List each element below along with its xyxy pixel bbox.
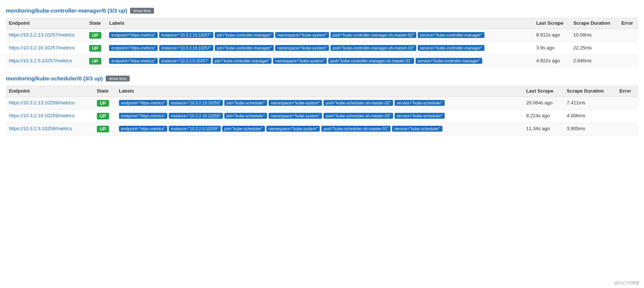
state-badge: UP	[97, 126, 109, 132]
labels-td: endpoint="https-metrics"instance="10.3.2…	[106, 55, 533, 68]
section-header-kube-controller-manager: monitoring/kube-controller-manager/0 (3/…	[6, 7, 638, 14]
col-header-error: Error	[618, 17, 638, 29]
labels-cell: endpoint="https-metrics"instance="10.3.2…	[119, 126, 521, 132]
label-tag: namespace="kube-system"	[269, 100, 322, 106]
label-tag: service="kube-scheduler"	[395, 113, 445, 119]
labels-cell: endpoint="https-metrics"instance="10.3.2…	[109, 32, 530, 38]
state-cell: UP	[94, 97, 116, 110]
label-tag: endpoint="https-metrics"	[109, 32, 157, 38]
section-title-kube-scheduler[interactable]: monitoring/kube-scheduler/0 (3/3 up)	[6, 75, 103, 81]
last-scrape-cell: 8.912s ago	[533, 29, 570, 42]
scrape-duration-cell: 22.25ms	[570, 42, 618, 55]
last-scrape-cell: 11.34s ago	[523, 123, 564, 136]
label-tag: endpoint="https-metrics"	[119, 126, 167, 132]
label-tag: job="kube-controller-manager"	[213, 58, 272, 64]
state-badge: UP	[97, 113, 109, 119]
label-tag: pod="kube-controller-manager-sh-master-0…	[330, 45, 416, 51]
endpoint-link[interactable]: https://10.3.2.13:10259/metrics	[9, 100, 75, 105]
col-header-state: State	[86, 17, 106, 29]
table-row: https://10.3.2.16:10257/metricsUPendpoin…	[6, 42, 638, 55]
endpoint-cell: https://10.3.2.13:10257/metrics	[6, 29, 86, 42]
endpoint-cell: https://10.3.2.13:10259/metrics	[6, 97, 94, 110]
state-cell: UP	[86, 42, 106, 55]
last-scrape-cell: 8.224s ago	[523, 110, 564, 123]
section-title-kube-controller-manager[interactable]: monitoring/kube-controller-manager/0 (3/…	[6, 7, 127, 14]
label-tag: endpoint="https-metrics"	[109, 45, 157, 51]
label-tag: instance="10.3.2.5:10259"	[169, 126, 221, 132]
label-tag: instance="10.3.2.13:10259"	[169, 100, 223, 106]
label-tag: job="kube-scheduler"	[224, 113, 267, 119]
label-tag: service="kube-scheduler"	[392, 126, 442, 132]
table-row: https://10.3.2.5:10259/metricsUPendpoint…	[6, 123, 638, 136]
state-cell: UP	[86, 29, 106, 42]
col-header-scrape-duration: Scrape Duration	[570, 17, 618, 29]
state-badge: UP	[89, 32, 101, 39]
label-tag: namespace="kube-system"	[275, 45, 329, 51]
col-header-endpoint: Endpoint	[6, 85, 94, 97]
state-badge: UP	[97, 100, 109, 107]
scrape-duration-cell: 10.09ms	[570, 29, 618, 42]
labels-td: endpoint="https-metrics"instance="10.3.2…	[116, 123, 524, 136]
table-row: https://10.3.2.5:10257/metricsUPendpoint…	[6, 55, 638, 68]
error-cell	[616, 110, 638, 123]
scrape-duration-cell: 4.006ms	[564, 110, 616, 123]
label-tag: job="kube-controller-manager"	[215, 45, 274, 51]
state-cell: UP	[86, 55, 106, 68]
col-header-last-scrape: Last Scrape	[523, 85, 564, 97]
label-tag: service="kube-controller-manager"	[418, 32, 484, 38]
labels-cell: endpoint="https-metrics"instance="10.3.2…	[109, 58, 530, 64]
scrape-duration-cell: 2.846ms	[570, 55, 618, 68]
error-cell	[618, 29, 638, 42]
label-tag: endpoint="https-metrics"	[119, 100, 167, 106]
table-kube-controller-manager: EndpointStateLabelsLast ScrapeScrape Dur…	[6, 17, 638, 68]
label-tag: namespace="kube-system"	[266, 126, 320, 132]
labels-cell: endpoint="https-metrics"instance="10.3.2…	[109, 45, 530, 51]
endpoint-link[interactable]: https://10.3.2.13:10257/metrics	[9, 32, 75, 38]
table-kube-scheduler: EndpointStateLabelsLast ScrapeScrape Dur…	[6, 85, 638, 136]
endpoint-link[interactable]: https://10.3.2.16:10257/metrics	[9, 45, 75, 51]
col-header-labels: Labels	[106, 17, 533, 29]
label-tag: pod="kube-controller-manager-sh-master-0…	[330, 32, 416, 38]
labels-td: endpoint="https-metrics"instance="10.3.2…	[116, 97, 524, 110]
label-tag: job="kube-scheduler"	[222, 126, 265, 132]
labels-td: endpoint="https-metrics"instance="10.3.2…	[116, 110, 524, 123]
label-tag: instance="10.3.2.16:10259"	[169, 113, 223, 119]
label-tag: namespace="kube-system"	[273, 58, 326, 64]
label-tag: service="kube-controller-manager"	[418, 45, 484, 51]
label-tag: service="kube-scheduler"	[395, 100, 445, 106]
endpoint-link[interactable]: https://10.3.2.5:10257/metrics	[9, 58, 72, 63]
label-tag: pod="kube-controller-manager-sh-master-0…	[328, 58, 414, 64]
label-tag: pod="kube-scheduler-sh-master-03"	[323, 113, 393, 119]
labels-td: endpoint="https-metrics"instance="10.3.2…	[106, 29, 533, 42]
endpoint-link[interactable]: https://10.3.2.5:10259/metrics	[9, 126, 72, 131]
show-less-button-kube-scheduler[interactable]: show less	[106, 76, 129, 81]
label-tag: service="kube-controller-manager"	[416, 58, 482, 64]
col-header-labels: Labels	[116, 85, 524, 97]
label-tag: namespace="kube-system"	[275, 32, 329, 38]
endpoint-cell: https://10.3.2.16:10257/metrics	[6, 42, 86, 55]
labels-td: endpoint="https-metrics"instance="10.3.2…	[106, 42, 533, 55]
error-cell	[618, 55, 638, 68]
col-header-last-scrape: Last Scrape	[533, 17, 570, 29]
last-scrape-cell: 20.064s ago	[523, 97, 564, 110]
labels-cell: endpoint="https-metrics"instance="10.3.2…	[119, 113, 521, 119]
endpoint-cell: https://10.3.2.5:10259/metrics	[6, 123, 94, 136]
state-badge: UP	[89, 58, 101, 65]
error-cell	[618, 42, 638, 55]
label-tag: endpoint="https-metrics"	[109, 58, 157, 64]
col-header-error: Error	[616, 85, 638, 97]
label-tag: pod="kube-scheduler-sh-master-01"	[321, 126, 391, 132]
scrape-duration-cell: 7.411ms	[564, 97, 616, 110]
endpoint-cell: https://10.3.2.5:10257/metrics	[6, 55, 86, 68]
state-badge: UP	[89, 45, 101, 52]
section-header-kube-scheduler: monitoring/kube-scheduler/0 (3/3 up)show…	[6, 75, 638, 81]
endpoint-link[interactable]: https://10.3.2.16:10259/metrics	[9, 113, 75, 118]
label-tag: job="kube-controller-manager"	[215, 32, 274, 38]
labels-cell: endpoint="https-metrics"instance="10.3.2…	[119, 100, 521, 106]
table-header-row: EndpointStateLabelsLast ScrapeScrape Dur…	[6, 85, 638, 97]
col-header-endpoint: Endpoint	[6, 17, 86, 29]
last-scrape-cell: 3.9s ago	[533, 42, 570, 55]
label-tag: instance="10.3.2.16:10257"	[159, 45, 213, 51]
label-tag: pod="kube-scheduler-sh-master-02"	[323, 100, 393, 106]
show-less-button-kube-controller-manager[interactable]: show less	[130, 8, 154, 14]
